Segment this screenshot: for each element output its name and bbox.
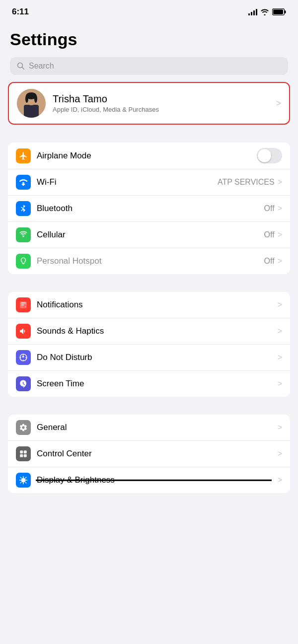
wifi-row[interactable]: Wi-Fi ATP SERVICES > xyxy=(8,169,290,196)
wifi-label: Wi-Fi xyxy=(37,177,212,187)
screen-time-chevron-icon: > xyxy=(278,379,282,388)
battery-icon xyxy=(272,8,286,15)
connectivity-section: Airplane Mode Wi-Fi ATP SERVICES > xyxy=(0,143,298,274)
general-icon xyxy=(16,420,31,435)
cellular-icon xyxy=(16,227,31,242)
general-section: General > Control Center > xyxy=(0,415,298,493)
search-icon xyxy=(17,62,25,70)
screen-time-label: Screen Time xyxy=(37,379,271,389)
bluetooth-chevron-icon: > xyxy=(278,204,282,213)
wifi-row-icon xyxy=(16,175,31,190)
search-bar[interactable]: Search xyxy=(10,57,288,75)
cellular-value: Off > xyxy=(264,230,282,239)
wifi-chevron-icon: > xyxy=(278,178,282,187)
display-brightness-chevron-icon: > xyxy=(278,476,282,485)
bluetooth-value: Off > xyxy=(264,204,282,213)
notifications-list: Notifications > Sounds & Haptics > Do No… xyxy=(8,292,290,397)
airplane-mode-row[interactable]: Airplane Mode xyxy=(8,143,290,169)
sounds-haptics-chevron-icon: > xyxy=(278,327,282,336)
section-spacer-2 xyxy=(0,274,298,292)
svg-rect-1 xyxy=(285,10,286,13)
svg-rect-18 xyxy=(20,454,23,457)
svg-rect-12 xyxy=(21,303,26,304)
control-center-chevron-icon: > xyxy=(278,449,282,458)
bluetooth-icon xyxy=(16,201,31,216)
notifications-chevron-icon: > xyxy=(278,300,282,309)
profile-chevron-icon: > xyxy=(276,98,281,109)
signal-icon xyxy=(248,8,257,15)
sounds-haptics-label: Sounds & Haptics xyxy=(37,326,271,336)
sounds-haptics-icon xyxy=(16,324,31,339)
svg-rect-17 xyxy=(24,450,27,453)
status-icons xyxy=(248,8,286,15)
svg-rect-19 xyxy=(24,454,27,457)
personal-hotspot-row[interactable]: Personal Hotspot Off > xyxy=(8,248,290,274)
personal-hotspot-value: Off > xyxy=(264,257,282,266)
avatar xyxy=(17,89,46,118)
toggle-thumb xyxy=(258,149,271,162)
svg-rect-2 xyxy=(273,9,283,14)
profile-info: Trisha Tamo Apple ID, iCloud, Media & Pu… xyxy=(53,93,269,113)
notifications-section: Notifications > Sounds & Haptics > Do No… xyxy=(0,292,298,397)
svg-rect-6 xyxy=(24,105,39,118)
search-container: Search xyxy=(0,54,298,82)
profile-row[interactable]: Trisha Tamo Apple ID, iCloud, Media & Pu… xyxy=(8,82,290,125)
wifi-icon xyxy=(260,8,269,15)
general-row[interactable]: General > xyxy=(8,415,290,441)
wifi-value: ATP SERVICES > xyxy=(218,178,282,187)
profile-name: Trisha Tamo xyxy=(53,93,269,105)
bottom-spacer xyxy=(0,493,298,523)
connectivity-list: Airplane Mode Wi-Fi ATP SERVICES > xyxy=(8,143,290,274)
notifications-row[interactable]: Notifications > xyxy=(8,292,290,318)
personal-hotspot-label: Personal Hotspot xyxy=(37,256,258,266)
control-center-icon xyxy=(16,446,31,461)
airplane-mode-toggle[interactable] xyxy=(257,148,282,163)
status-bar: 6:11 xyxy=(0,0,298,20)
bluetooth-label: Bluetooth xyxy=(37,204,258,214)
control-center-row[interactable]: Control Center > xyxy=(8,441,290,467)
do-not-disturb-label: Do Not Disturb xyxy=(37,353,271,362)
airplane-mode-icon xyxy=(16,148,31,163)
airplane-mode-label: Airplane Mode xyxy=(37,151,251,161)
display-brightness-row[interactable]: Display & Brightness > xyxy=(8,467,290,493)
personal-hotspot-icon xyxy=(16,254,31,269)
personal-hotspot-chevron-icon: > xyxy=(278,257,282,266)
screen-time-icon xyxy=(16,376,31,391)
search-placeholder: Search xyxy=(29,62,54,71)
page-header: Settings xyxy=(0,20,298,54)
svg-rect-13 xyxy=(21,304,24,305)
general-chevron-icon: > xyxy=(278,423,282,432)
general-list: General > Control Center > xyxy=(8,415,290,493)
screen-time-row[interactable]: Screen Time > xyxy=(8,371,290,397)
profile-subtitle: Apple ID, iCloud, Media & Purchases xyxy=(53,106,269,113)
general-label: General xyxy=(37,423,271,432)
page-title: Settings xyxy=(10,30,288,49)
notifications-label: Notifications xyxy=(37,300,271,310)
svg-point-9 xyxy=(34,95,37,103)
cellular-label: Cellular xyxy=(37,230,258,240)
bluetooth-row[interactable]: Bluetooth Off > xyxy=(8,196,290,222)
section-spacer-3 xyxy=(0,397,298,415)
svg-line-4 xyxy=(22,68,24,70)
svg-point-15 xyxy=(24,306,27,308)
control-center-label: Control Center xyxy=(37,449,271,459)
svg-rect-16 xyxy=(20,450,23,453)
do-not-disturb-row[interactable]: Do Not Disturb > xyxy=(8,345,290,371)
display-brightness-label: Display & Brightness xyxy=(37,475,271,485)
cellular-chevron-icon: > xyxy=(278,230,282,239)
profile-section: Trisha Tamo Apple ID, iCloud, Media & Pu… xyxy=(0,82,298,125)
cellular-row[interactable]: Cellular Off > xyxy=(8,222,290,248)
status-time: 6:11 xyxy=(12,7,29,17)
section-spacer-1 xyxy=(0,125,298,143)
notifications-icon xyxy=(16,297,31,312)
do-not-disturb-chevron-icon: > xyxy=(278,353,282,362)
do-not-disturb-icon xyxy=(16,350,31,365)
display-brightness-icon xyxy=(16,473,31,488)
svg-point-10 xyxy=(25,95,28,103)
sounds-haptics-row[interactable]: Sounds & Haptics > xyxy=(8,318,290,345)
